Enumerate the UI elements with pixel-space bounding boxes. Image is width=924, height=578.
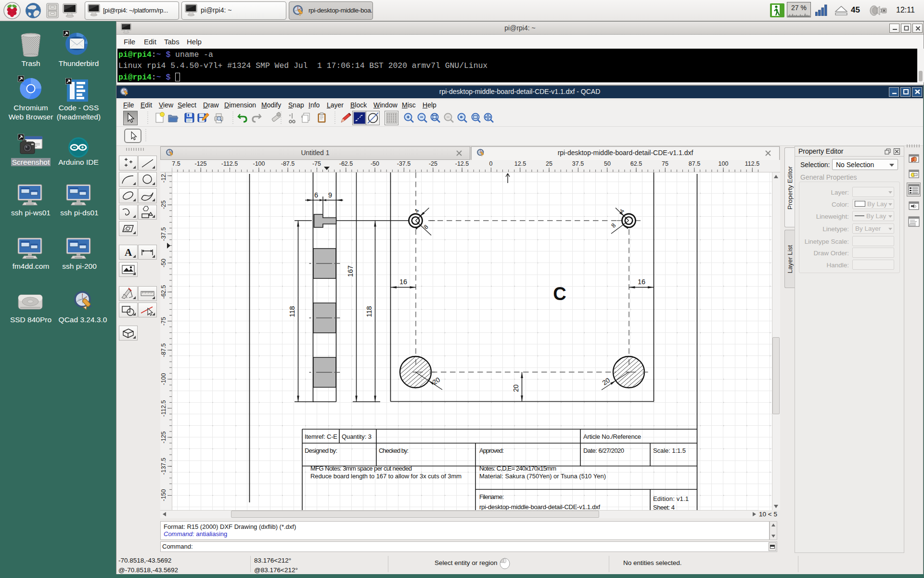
svg-text:-137.5: -137.5: [160, 458, 167, 474]
svg-text:16: 16: [399, 278, 407, 286]
svg-text:112.5: 112.5: [745, 160, 759, 167]
svg-text:8: 8: [423, 223, 430, 231]
svg-text:-62.5: -62.5: [160, 285, 167, 299]
svg-text:87.5: 87.5: [689, 160, 700, 167]
svg-text:Material: Sakura (750Yen) or: Material: Sakura (750Yen) or Tsuna (510 …: [479, 473, 606, 480]
svg-text:8: 8: [610, 222, 617, 229]
svg-text:rpi-desktop-middle-board-detai: rpi-desktop-middle-board-detail-CDE-v1.1…: [479, 503, 600, 510]
svg-text:118: 118: [365, 306, 373, 317]
svg-text:-87.5: -87.5: [281, 160, 295, 167]
svg-text:-62.5: -62.5: [339, 160, 353, 167]
svg-text:12.5: 12.5: [514, 160, 526, 167]
svg-text:-50: -50: [160, 259, 167, 267]
svg-text:MFG Notes: 3mm space per cut: MFG Notes: 3mm space per cut needed: [310, 465, 412, 472]
svg-text:Reduce board length to 167 to: Reduce board length to 167 to allow for …: [310, 473, 462, 480]
svg-text:-125: -125: [194, 160, 206, 167]
svg-text:-37.5: -37.5: [397, 160, 411, 167]
svg-text:-87.5: -87.5: [160, 343, 167, 357]
svg-text:A: A: [125, 247, 132, 258]
svg-text:-12.5: -12.5: [160, 172, 167, 183]
svg-text:9: 9: [328, 191, 332, 199]
svg-text:Scale: 1:1.5: Scale: 1:1.5: [653, 447, 686, 454]
svg-text:75: 75: [662, 160, 668, 167]
svg-text:-100: -100: [253, 160, 265, 167]
svg-text:16: 16: [638, 278, 645, 286]
svg-text:-100: -100: [160, 373, 167, 385]
svg-text:Checked by:: Checked by:: [379, 447, 409, 454]
svg-text:-112.5: -112.5: [160, 400, 167, 417]
svg-text:-50: -50: [371, 160, 379, 167]
svg-text:4: 4: [618, 208, 626, 214]
svg-text:Approved:: Approved:: [479, 447, 504, 454]
svg-text:Property Editor: Property Editor: [786, 166, 794, 210]
svg-text:-125: -125: [160, 431, 167, 443]
svg-text:-12.5: -12.5: [455, 160, 469, 167]
svg-text:-25: -25: [429, 160, 437, 167]
svg-text:20: 20: [431, 376, 441, 386]
svg-text:Date: 6/27/2020: Date: 6/27/2020: [583, 447, 624, 454]
svg-text:37.5: 37.5: [572, 160, 584, 167]
svg-text:Layer List: Layer List: [786, 245, 794, 273]
svg-text:Designed by:: Designed by:: [305, 447, 337, 454]
svg-text:Sheet: 4: Sheet: 4: [653, 504, 675, 510]
svg-text:100: 100: [719, 160, 729, 167]
svg-text:25: 25: [546, 160, 552, 167]
svg-text:167: 167: [346, 265, 354, 277]
svg-text:-25: -25: [160, 200, 167, 209]
svg-text:20: 20: [512, 384, 520, 392]
svg-text:4: 4: [413, 208, 421, 214]
svg-text:-37.5: -37.5: [160, 227, 167, 241]
svg-text:0: 0: [489, 160, 493, 167]
svg-text:Notes: C,D,E= 240x170x15mm: Notes: C,D,E= 240x170x15mm: [479, 465, 556, 472]
svg-text:-150: -150: [160, 489, 167, 501]
svg-text:118: 118: [288, 306, 296, 317]
svg-text:C: C: [553, 284, 566, 304]
svg-text:Article No./Reference: Article No./Reference: [583, 433, 641, 440]
svg-text:Edition: v1.1: Edition: v1.1: [653, 495, 689, 502]
svg-text:Quantity: 3: Quantity: 3: [342, 433, 372, 440]
svg-text:6: 6: [314, 191, 318, 199]
svg-text:Itemref: C-E: Itemref: C-E: [305, 433, 337, 440]
svg-text:-75: -75: [160, 317, 167, 326]
svg-text:-75: -75: [312, 160, 321, 167]
svg-text:62.5: 62.5: [630, 160, 642, 167]
svg-text:50: 50: [604, 160, 611, 167]
svg-text:Filename:: Filename:: [479, 493, 504, 500]
svg-text:-112.5: -112.5: [221, 160, 238, 167]
svg-text:20: 20: [601, 376, 611, 387]
